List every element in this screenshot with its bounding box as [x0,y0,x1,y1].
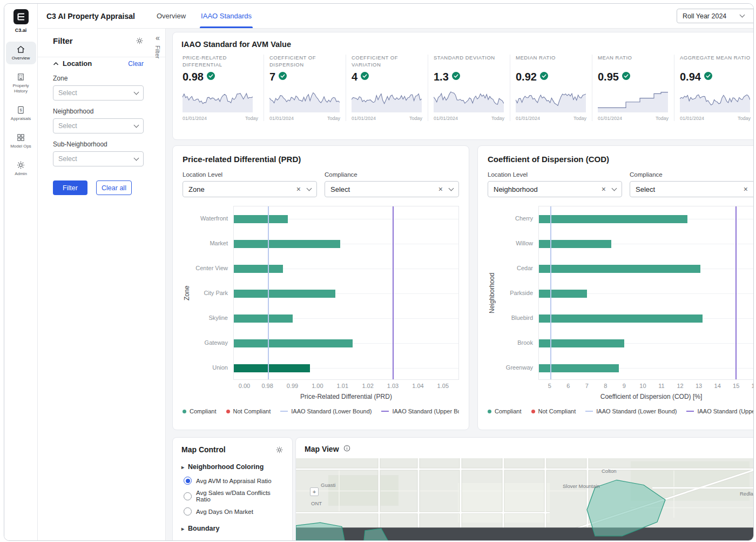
kpi-tile-median-ratio: MEDIAN RATIO0.9201/01/2024Today [510,55,592,121]
bar-city-park[interactable] [234,290,335,298]
radio-label: Avg Sales w/Data Conflicts Ratio [196,490,284,503]
legend-item-not-compliant[interactable]: Not Compliant [531,408,576,414]
bar-skyline[interactable] [234,315,293,323]
clear-all-button[interactable]: Clear all [96,180,132,195]
legend-label: IAAO Standard (Lower Bound) [291,408,372,414]
bar-cherry[interactable] [539,215,687,223]
clear-x-icon[interactable]: × [438,185,443,193]
nav-item-label: Appraisals [11,116,31,122]
nav-item-admin[interactable]: Admin [6,157,36,180]
y-tick-label: Bluebird [511,315,533,321]
x-tick-label: 13 [696,383,702,389]
kpi-value: 0.92 [516,71,537,83]
radio-button[interactable] [184,477,192,485]
plot-box [538,206,753,380]
kpi-label: MEDIAN RATIO [516,55,586,69]
legend-dot-marker [488,410,491,413]
radio-option-avg-sales-w-data-conflicts-ratio[interactable]: Avg Sales w/Data Conflicts Ratio [184,490,284,503]
bar-cedar[interactable] [539,265,700,273]
y-tick-label: Center View [195,265,228,271]
bar-bluebird[interactable] [539,315,703,323]
x-tick-label: 0.99 [287,383,298,389]
kpi-value: 0.94 [680,71,701,83]
y-axis-title: Zone [183,206,191,380]
clear-x-icon[interactable]: × [744,185,748,193]
bar-gateway[interactable] [234,339,353,347]
y-axis-title: Neighborhood [488,206,496,380]
nav-item-property-history[interactable]: Property History [6,69,36,97]
tab-overview[interactable]: Overview [149,4,193,28]
section-options: Avg AVM to Appraisal RatioAvg Sales w/Da… [184,477,284,516]
filter-settings-gear-icon[interactable] [136,37,144,45]
map-place-label-redlands: Redlands [740,491,753,497]
legend-item-compliant[interactable]: Compliant [183,408,217,414]
clear-x-icon[interactable]: × [296,185,301,193]
kpi-value-row: 0.92 [516,71,586,83]
legend-item-iaao-standard-lower-bound[interactable]: IAAO Standard (Lower Bound) [585,408,677,414]
bar-center-view[interactable] [234,265,283,273]
chevron-up-icon [53,59,59,68]
filter-panel: Filter « Filter Location Clear ZoneSelec… [38,29,166,540]
radio-option-avg-avm-to-appraisal-ratio[interactable]: Avg AVM to Appraisal Ratio [184,477,284,485]
location-section-header[interactable]: Location Clear [53,59,144,68]
radio-button[interactable] [184,492,192,500]
nav-rail: C3.ai OverviewProperty History$Appraisal… [4,4,38,540]
tab-iaao-standards[interactable]: IAAO Standards [193,4,259,28]
zone-select[interactable]: Select [53,85,144,101]
nav-item-appraisals[interactable]: $Appraisals [6,102,36,125]
radio-button[interactable] [184,507,192,516]
y-tick-label: Market [210,240,228,246]
control-location-level: Location LevelNeighborhood× [488,171,622,197]
filter-panel-title: Filter [53,36,73,45]
location-level-combobox[interactable]: Neighborhood× [488,181,622,197]
clear-location-link[interactable]: Clear [128,60,144,68]
y-tick-label: Cedar [517,265,533,271]
roll-year-control[interactable]: Roll Year 2024 [677,9,754,23]
legend-item-iaao-standard-upper-bound[interactable]: IAAO Standard (Upper Bound) [381,408,459,414]
section-toggle-boundary[interactable]: ▸Boundary [181,525,284,532]
radio-option-avg-days-on-market[interactable]: Avg Days On Market [184,507,284,516]
section-toggle-neighborhood-coloring[interactable]: ▸Neighborhood Coloring [181,463,284,471]
x-tick-label: 1.04 [412,383,423,389]
app-title: C3 AI Property Appraisal [46,12,135,21]
bar-market[interactable] [234,240,340,248]
sub-neighborhood-select[interactable]: Select [53,151,144,166]
location-level-combobox[interactable]: Zone× [183,181,317,197]
legend-item-iaao-standard-upper-bound[interactable]: IAAO Standard (Upper Bound) [686,408,753,414]
filter-collapse-rail[interactable]: « Filter [154,34,161,58]
legend-item-compliant[interactable]: Compliant [488,408,522,414]
map-control-gear-icon[interactable] [275,446,284,454]
bar-waterfront[interactable] [234,215,288,223]
nav-item-model-ops[interactable]: Model Ops [6,130,36,152]
neighborhood-select[interactable]: Select [53,118,144,133]
kpi-end-date: Today [327,116,340,121]
collapse-filter-icon[interactable]: « [156,34,160,42]
compliance-combobox[interactable]: Select× [325,181,459,197]
combobox-value: Neighborhood [494,185,602,193]
kpi-label: AGGREGATE MEAN RATIO [680,55,751,69]
x-axis-title: Coefficient of Dispersion (COD) [%] [538,393,753,400]
building-icon [16,72,25,82]
map-zoom-control[interactable]: + [310,487,319,496]
nav-item-overview[interactable]: Overview [6,42,36,64]
filter-apply-button[interactable]: Filter [53,180,87,195]
y-tick-label: City Park [204,290,228,296]
chart-title: Coefficient of Dispersion (COD) [488,155,753,164]
roll-year-value: Roll Year 2024 [683,12,726,20]
kpi-tile-aggregate-mean-ratio: AGGREGATE MEAN RATIO0.9401/01/2024Today [674,55,753,121]
legend-item-iaao-standard-lower-bound[interactable]: IAAO Standard (Lower Bound) [280,408,372,414]
bar-union[interactable] [234,364,310,372]
compliance-combobox[interactable]: Select× [630,181,753,197]
clear-x-icon[interactable]: × [602,185,606,193]
triangle-right-icon: ▸ [181,526,184,532]
bar-parkside[interactable] [539,290,587,298]
legend-item-not-compliant[interactable]: Not Compliant [226,408,271,414]
app-window: C3.ai OverviewProperty History$Appraisal… [4,3,754,541]
kpi-sparkline [434,86,504,115]
map-canvas[interactable]: GuastiONTColtonSlover MountainRedlands+ [296,458,753,540]
info-icon[interactable] [343,445,350,453]
x-tick-label: 12 [677,383,683,389]
bar-brook[interactable] [539,339,624,347]
c3-logo[interactable]: C3.ai [14,9,29,33]
chevron-down-icon [134,89,139,95]
